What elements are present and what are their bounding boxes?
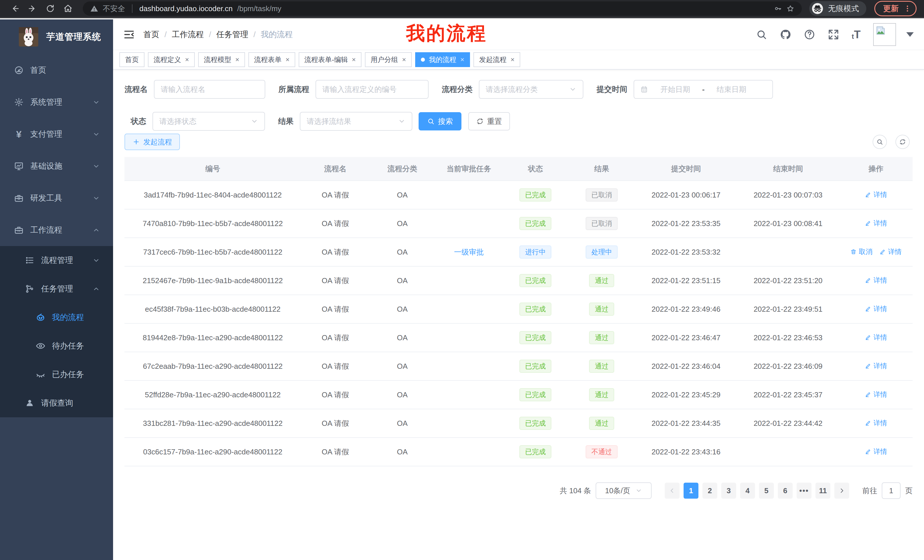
page-button-5[interactable]: 5 xyxy=(759,483,774,499)
sidebar-item-done-task[interactable]: 已办任务 xyxy=(0,360,113,389)
url-host[interactable]: dashboard.yudao.iocoder.cn xyxy=(140,4,233,13)
page-button-1[interactable]: 1 xyxy=(684,483,698,499)
task-link[interactable]: 一级审批 xyxy=(454,248,484,256)
sidebar-item-my-process[interactable]: 我的流程 xyxy=(0,303,113,332)
sidebar-item-workflow[interactable]: 工作流程 xyxy=(0,214,113,246)
sidebar-item-home[interactable]: 首页 xyxy=(0,54,113,86)
sidebar-item-devtools[interactable]: 研发工具 xyxy=(0,182,113,214)
start-process-button[interactable]: 发起流程 xyxy=(124,133,180,150)
close-icon[interactable]: × xyxy=(460,56,464,63)
process-def-input[interactable]: 请输入流程定义的编号 xyxy=(315,80,429,99)
browser-reload-button[interactable] xyxy=(43,1,58,16)
goto-page-input[interactable]: 1 xyxy=(882,482,901,499)
detail-button[interactable]: 详情 xyxy=(865,361,887,370)
status-label: 状态 xyxy=(131,116,146,126)
tab-start-process[interactable]: 发起流程 × xyxy=(473,52,520,67)
detail-button[interactable]: 详情 xyxy=(865,418,887,428)
app-logo[interactable]: 芋道管理系统 xyxy=(0,19,113,54)
close-icon[interactable]: × xyxy=(352,56,356,63)
sidebar-item-task-mgmt[interactable]: 任务管理 xyxy=(0,275,113,303)
detail-button[interactable]: 详情 xyxy=(865,219,887,228)
browser-address-bar[interactable]: 不安全 dashboard.yudao.iocoder.cn/bpm/task/… xyxy=(83,1,802,16)
sidebar-item-process-mgmt[interactable]: 流程管理 xyxy=(0,246,113,275)
close-icon[interactable]: × xyxy=(402,56,406,63)
detail-button[interactable]: 详情 xyxy=(865,276,887,285)
close-icon[interactable]: × xyxy=(285,56,290,63)
result-badge: 处理中 xyxy=(586,246,618,259)
date-start-placeholder[interactable]: 开始日期 xyxy=(660,84,690,94)
page-button-11[interactable]: 11 xyxy=(816,483,830,499)
chevron-down-icon xyxy=(93,130,100,138)
fullscreen-icon[interactable] xyxy=(828,29,839,40)
tab-user-group[interactable]: 用户分组 × xyxy=(365,52,412,67)
sidebar-item-leave-query[interactable]: 请假查询 xyxy=(0,389,113,417)
cell-end-time: 2022-01-23 00:08:41 xyxy=(736,209,839,238)
cell-submit-time: 2022-01-22 23:46:04 xyxy=(635,352,736,380)
tab-process-form-edit[interactable]: 流程表单-编辑 × xyxy=(298,52,362,67)
github-icon[interactable] xyxy=(780,29,791,40)
status-select[interactable]: 请选择状态 xyxy=(153,112,265,131)
font-size-icon[interactable]: tT xyxy=(852,29,861,40)
category-select[interactable]: 请选择流程分类 xyxy=(479,80,584,99)
tab-process-definition[interactable]: 流程定义 × xyxy=(148,52,195,67)
browser-home-button[interactable] xyxy=(60,1,75,16)
help-icon[interactable] xyxy=(804,29,815,40)
browser-back-button[interactable] xyxy=(8,1,22,16)
password-key-icon[interactable] xyxy=(774,4,782,13)
cell-status: 已完成 xyxy=(503,409,568,437)
detail-button[interactable]: 详情 xyxy=(879,247,902,256)
close-icon[interactable]: × xyxy=(185,56,189,63)
browser-menu-dots-icon[interactable] xyxy=(904,5,911,12)
active-dot xyxy=(421,58,425,61)
refresh-button[interactable] xyxy=(896,135,910,149)
update-label[interactable]: 更新 xyxy=(883,3,898,14)
sidebar-item-infrastructure[interactable]: 基础设施 xyxy=(0,150,113,182)
sidebar-item-system[interactable]: 系统管理 xyxy=(0,86,113,118)
ellipsis-button[interactable]: ••• xyxy=(796,483,812,499)
security-label[interactable]: 不安全 xyxy=(103,4,125,14)
page-size-select[interactable]: 10条/页 xyxy=(596,482,652,499)
breadcrumb-task-mgmt[interactable]: 任务管理 xyxy=(216,29,248,40)
detail-button[interactable]: 详情 xyxy=(865,304,887,313)
breadcrumb-home[interactable]: 首页 xyxy=(143,29,159,40)
tab-my-process[interactable]: 我的流程 × xyxy=(415,52,470,67)
detail-button[interactable]: 详情 xyxy=(865,390,887,399)
sidebar-item-payment[interactable]: ¥ 支付管理 xyxy=(0,118,113,150)
sidebar-item-todo-task[interactable]: 待办任务 xyxy=(0,332,113,360)
security-warning-icon[interactable] xyxy=(90,4,98,13)
date-range-picker[interactable]: 开始日期 - 结束日期 xyxy=(634,80,773,99)
close-icon[interactable]: × xyxy=(510,56,514,63)
next-page-button[interactable] xyxy=(834,483,849,499)
tab-home[interactable]: 首页 xyxy=(119,52,144,67)
hamburger-icon[interactable] xyxy=(123,29,135,40)
bookmark-star-icon[interactable] xyxy=(786,4,794,13)
cancel-button[interactable]: 取消 xyxy=(850,247,873,256)
table-header-row: 编号流程名流程分类当前审批任务状态结果提交时间结束时间操作 xyxy=(124,157,913,181)
result-select[interactable]: 请选择流结果 xyxy=(300,112,412,131)
detail-button[interactable]: 详情 xyxy=(865,333,887,342)
page-button-3[interactable]: 3 xyxy=(721,483,736,499)
page-button-2[interactable]: 2 xyxy=(702,483,717,499)
total-count: 共 104 条 xyxy=(560,486,591,496)
breadcrumb-workflow[interactable]: 工作流程 xyxy=(172,29,204,40)
search-icon[interactable] xyxy=(756,29,767,40)
tab-process-form[interactable]: 流程表单 × xyxy=(248,52,295,67)
detail-button[interactable]: 详情 xyxy=(865,190,887,199)
url-path[interactable]: /bpm/task/my xyxy=(237,4,282,13)
page-button-4[interactable]: 4 xyxy=(740,483,755,499)
close-icon[interactable]: × xyxy=(235,56,239,63)
reset-button[interactable]: 重置 xyxy=(468,112,510,130)
column-header: 流程分类 xyxy=(369,157,435,181)
search-button[interactable]: 搜索 xyxy=(418,112,461,130)
toggle-search-button[interactable] xyxy=(873,135,887,149)
avatar[interactable] xyxy=(873,23,896,46)
browser-update-button[interactable]: 更新 xyxy=(874,1,916,16)
process-name-input[interactable]: 请输入流程名 xyxy=(154,80,265,99)
avatar-dropdown-caret-icon[interactable] xyxy=(906,32,914,37)
tab-process-model[interactable]: 流程模型 × xyxy=(198,52,245,67)
date-end-placeholder[interactable]: 结束日期 xyxy=(717,84,746,94)
detail-button[interactable]: 详情 xyxy=(865,447,887,456)
browser-forward-button[interactable] xyxy=(25,1,40,16)
page-button-6[interactable]: 6 xyxy=(778,483,793,499)
prev-page-button[interactable] xyxy=(665,483,680,499)
